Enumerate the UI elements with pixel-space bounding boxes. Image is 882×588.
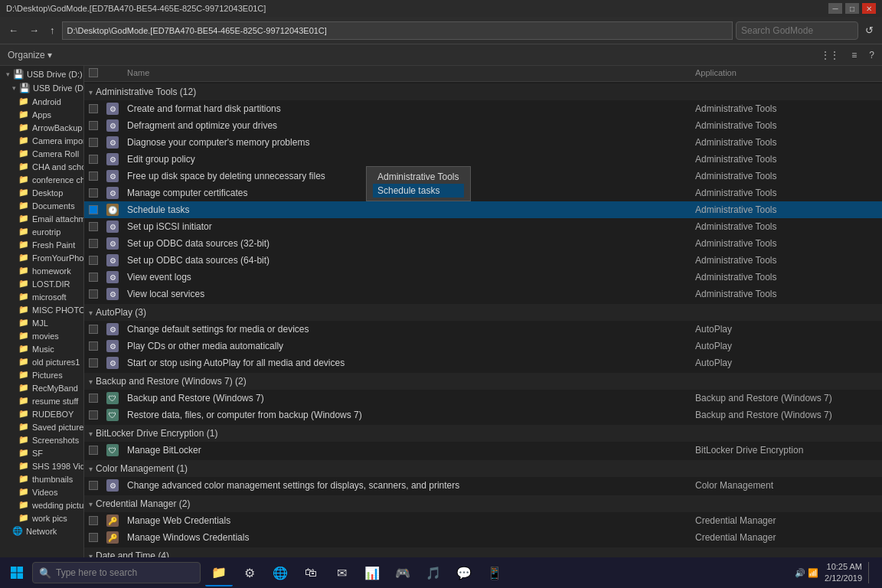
- sidebar-item-33[interactable]: 📁wedding picture: [0, 498, 83, 511]
- category-row-1[interactable]: ▾AutoPlay (3): [84, 304, 882, 321]
- sidebar-item-18[interactable]: 📁MISC PHOTOS: [0, 303, 83, 316]
- sidebar-item-6[interactable]: 📁Camera Roll: [0, 147, 83, 160]
- sidebar-item-1[interactable]: ▾💾USB Drive (D:): [0, 81, 83, 95]
- category-row-4[interactable]: ▾Color Management (1): [84, 460, 882, 477]
- file-row[interactable]: ⚙ Play CDs or other media automatically …: [84, 338, 882, 354]
- file-row[interactable]: ⚙ Set up ODBC data sources (64-bit) Admi…: [84, 252, 882, 269]
- file-row[interactable]: ⚙ View event logs Administrative Tools: [84, 269, 882, 286]
- sidebar-item-16[interactable]: 📁LOST.DIR: [0, 277, 83, 290]
- file-checkbox-0-10[interactable]: [84, 273, 103, 282]
- file-row[interactable]: ⚙ Edit group policy Administrative Tools: [84, 151, 882, 168]
- back-button[interactable]: ←: [5, 23, 22, 38]
- sidebar-item-22[interactable]: 📁old pictures1: [0, 355, 83, 368]
- file-row[interactable]: ⚙ Change default settings for media or d…: [84, 321, 882, 338]
- tooltip-item-admin[interactable]: Administrative Tools: [373, 170, 464, 184]
- file-row[interactable]: ⚙ Manage computer certificates Administr…: [84, 185, 882, 201]
- checkbox[interactable]: [89, 121, 98, 130]
- app5-taskbar-icon[interactable]: 📱: [481, 559, 508, 586]
- app4-taskbar-icon[interactable]: 💬: [450, 559, 478, 586]
- file-checkbox-5-0[interactable]: [84, 516, 103, 525]
- tooltip-item-schedule[interactable]: Schedule tasks: [373, 184, 464, 198]
- checkbox[interactable]: [89, 138, 98, 147]
- file-checkbox-4-0[interactable]: [84, 481, 103, 490]
- select-all-checkbox[interactable]: [89, 68, 98, 77]
- file-row[interactable]: 🔑 Manage Windows Credentials Credential …: [84, 529, 882, 546]
- checkbox[interactable]: [89, 104, 98, 113]
- checkbox[interactable]: [89, 188, 98, 198]
- category-row-3[interactable]: ▾BitLocker Drive Encryption (1): [84, 425, 882, 442]
- sidebar-item-5[interactable]: 📁Camera imports: [0, 134, 83, 147]
- file-checkbox-3-0[interactable]: [84, 446, 103, 455]
- sidebar-item-21[interactable]: 📁Music: [0, 342, 83, 355]
- file-checkbox-0-6[interactable]: [84, 205, 103, 214]
- sidebar-item-29[interactable]: 📁SF: [0, 446, 83, 459]
- file-checkbox-0-0[interactable]: [84, 104, 103, 113]
- up-button[interactable]: ↑: [46, 23, 59, 38]
- sidebar-item-12[interactable]: 📁eurotrip: [0, 225, 83, 238]
- checkbox[interactable]: [89, 273, 98, 282]
- settings-taskbar-icon[interactable]: ⚙: [236, 559, 263, 586]
- explorer-taskbar-icon[interactable]: 📁: [205, 559, 233, 586]
- sidebar-item-4[interactable]: 📁ArrowBackup: [0, 121, 83, 134]
- file-checkbox-0-11[interactable]: [84, 289, 103, 299]
- file-row[interactable]: 🛡 Restore data, files, or computer from …: [84, 407, 882, 423]
- sidebar-item-35[interactable]: 🌐Network: [0, 524, 83, 537]
- checkbox[interactable]: [89, 394, 98, 403]
- sidebar-item-14[interactable]: 📁FromYourPhone: [0, 251, 83, 264]
- sidebar-item-15[interactable]: 📁homework: [0, 264, 83, 277]
- sidebar-item-13[interactable]: 📁Fresh Paint: [0, 238, 83, 251]
- mail-taskbar-icon[interactable]: ✉: [328, 559, 355, 586]
- address-bar[interactable]: D:\Desktop\GodMode.[ED7BA470-BE54-465E-8…: [62, 21, 733, 40]
- file-checkbox-5-1[interactable]: [84, 533, 103, 542]
- sidebar-item-7[interactable]: 📁CHA and school: [0, 160, 83, 173]
- checkbox[interactable]: [89, 481, 98, 490]
- checkbox[interactable]: [89, 533, 98, 542]
- checkbox[interactable]: [89, 155, 98, 164]
- file-checkbox-0-7[interactable]: [84, 222, 103, 231]
- checkbox[interactable]: [89, 516, 98, 525]
- app2-taskbar-icon[interactable]: 🎮: [389, 559, 416, 586]
- col-app-header[interactable]: Application: [691, 68, 882, 79]
- file-checkbox-0-8[interactable]: [84, 239, 103, 248]
- close-button[interactable]: ✕: [862, 3, 876, 14]
- maximize-button[interactable]: □: [845, 3, 859, 14]
- edge-taskbar-icon[interactable]: 🌐: [266, 559, 294, 586]
- organize-button[interactable]: Organize ▾: [5, 48, 55, 62]
- file-row[interactable]: 🔑 Manage Web Credentials Credential Mana…: [84, 512, 882, 529]
- file-row[interactable]: ⚙ Set up ODBC data sources (32-bit) Admi…: [84, 235, 882, 252]
- category-row-5[interactable]: ▾Credential Manager (2): [84, 495, 882, 512]
- help-button[interactable]: ?: [866, 48, 877, 62]
- sidebar-item-30[interactable]: 📁SHS 1998 Videos: [0, 459, 83, 472]
- sidebar-item-11[interactable]: 📁Email attachmen: [0, 212, 83, 225]
- checkbox[interactable]: [89, 239, 98, 248]
- file-checkbox-1-1[interactable]: [84, 341, 103, 351]
- file-row[interactable]: ⚙ Create and format hard disk partitions…: [84, 100, 882, 117]
- file-checkbox-0-9[interactable]: [84, 256, 103, 265]
- file-row[interactable]: 🛡 Manage BitLocker BitLocker Drive Encry…: [84, 442, 882, 459]
- checkbox[interactable]: [89, 289, 98, 299]
- file-checkbox-0-3[interactable]: [84, 155, 103, 164]
- checkbox[interactable]: [89, 205, 98, 214]
- view-list-button[interactable]: ≡: [848, 48, 860, 62]
- file-row[interactable]: ⚙ Free up disk space by deleting unneces…: [84, 168, 882, 185]
- file-row[interactable]: 🕐 Schedule tasks Administrative Tools: [84, 201, 882, 218]
- minimize-button[interactable]: ─: [828, 3, 842, 14]
- file-checkbox-2-0[interactable]: [84, 394, 103, 403]
- sidebar-item-20[interactable]: 📁movies: [0, 329, 83, 342]
- sidebar-item-28[interactable]: 📁Screenshots: [0, 433, 83, 446]
- category-row-2[interactable]: ▾Backup and Restore (Windows 7) (2): [84, 373, 882, 390]
- file-row[interactable]: ⚙ Start or stop using AutoPlay for all m…: [84, 354, 882, 371]
- refresh-button[interactable]: ↺: [861, 23, 877, 38]
- file-row[interactable]: ⚙ Defragment and optimize your drives Ad…: [84, 117, 882, 134]
- sidebar-item-25[interactable]: 📁resume stuff: [0, 394, 83, 407]
- sidebar-item-27[interactable]: 📁Saved pictures: [0, 420, 83, 433]
- taskbar-search[interactable]: 🔍 Type here to search: [32, 562, 201, 583]
- checkbox[interactable]: [89, 410, 98, 420]
- sidebar-item-0[interactable]: ▾💾USB Drive (D:): [0, 67, 83, 81]
- sidebar-item-3[interactable]: 📁Apps: [0, 108, 83, 121]
- sidebar-item-32[interactable]: 📁Videos: [0, 485, 83, 498]
- file-checkbox-0-2[interactable]: [84, 138, 103, 147]
- checkbox[interactable]: [89, 325, 98, 334]
- file-checkbox-0-1[interactable]: [84, 121, 103, 130]
- sidebar-item-23[interactable]: 📁Pictures: [0, 368, 83, 381]
